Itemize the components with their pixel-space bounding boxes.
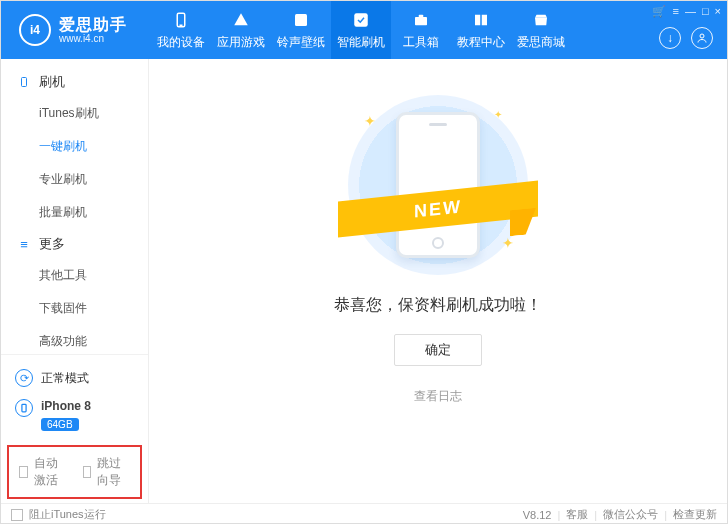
device-icon <box>17 75 31 89</box>
svg-rect-5 <box>419 14 424 17</box>
app-header: i4 爱思助手 www.i4.cn 我的设备 应用游戏 铃声壁纸 智能刷机 工具… <box>1 1 727 59</box>
skip-guide-checkbox[interactable] <box>83 466 92 478</box>
star-icon: ✦ <box>502 235 514 251</box>
mode-label: 正常模式 <box>41 370 89 387</box>
svg-rect-4 <box>415 17 427 25</box>
star-icon: ✦ <box>364 113 376 129</box>
nav-tutorials[interactable]: 教程中心 <box>451 1 511 59</box>
nav-label: 铃声壁纸 <box>277 34 325 51</box>
nav-label: 应用游戏 <box>217 34 265 51</box>
sidebar-item-download-firmware[interactable]: 下载固件 <box>39 292 148 325</box>
app-url: www.i4.cn <box>59 33 127 44</box>
phone-icon <box>171 10 191 30</box>
device-indicator[interactable]: iPhone 8 64GB <box>11 393 138 437</box>
nav-label: 智能刷机 <box>337 34 385 51</box>
skip-guide-label: 跳过向导 <box>97 455 130 489</box>
auto-activate-label: 自动激活 <box>34 455 67 489</box>
header-right: ↓ <box>659 27 713 49</box>
main-nav: 我的设备 应用游戏 铃声壁纸 智能刷机 工具箱 教程中心 爱思商城 <box>151 1 571 59</box>
store-icon <box>531 10 551 30</box>
book-icon <box>471 10 491 30</box>
svg-rect-8 <box>22 404 26 412</box>
mode-indicator[interactable]: ⟳ 正常模式 <box>11 363 138 393</box>
window-controls: 🛒 ≡ — □ × <box>652 1 721 22</box>
nav-ringtones[interactable]: 铃声壁纸 <box>271 1 331 59</box>
check-update-link[interactable]: 检查更新 <box>673 507 717 522</box>
block-itunes-checkbox[interactable] <box>11 509 23 521</box>
sidebar-item-oneclick-flash[interactable]: 一键刷机 <box>39 130 148 163</box>
nav-label: 爱思商城 <box>517 34 565 51</box>
nav-label: 教程中心 <box>457 34 505 51</box>
ok-button[interactable]: 确定 <box>394 334 482 366</box>
flash-icon <box>351 10 371 30</box>
user-button[interactable] <box>691 27 713 49</box>
apps-icon <box>231 10 251 30</box>
more-icon: ≡ <box>17 237 31 252</box>
wechat-link[interactable]: 微信公众号 <box>603 507 658 522</box>
svg-rect-2 <box>295 14 307 26</box>
main-content: ✦ ✦ ✦ NEW 恭喜您，保资料刷机成功啦！ 确定 查看日志 <box>149 59 727 503</box>
support-link[interactable]: 客服 <box>566 507 588 522</box>
star-icon: ✦ <box>494 109 502 120</box>
block-itunes-label: 阻止iTunes运行 <box>29 507 106 522</box>
new-ribbon: NEW <box>338 191 538 227</box>
nav-store[interactable]: 爱思商城 <box>511 1 571 59</box>
result-message: 恭喜您，保资料刷机成功啦！ <box>334 295 542 316</box>
sidebar-section-title: 更多 <box>39 235 65 253</box>
phone-graphic <box>396 112 480 258</box>
storage-badge: 64GB <box>41 418 79 431</box>
toolbox-icon <box>411 10 431 30</box>
sidebar-item-batch-flash[interactable]: 批量刷机 <box>39 196 148 229</box>
nav-label: 工具箱 <box>403 34 439 51</box>
version-label: V8.12 <box>523 509 552 521</box>
sidebar-item-pro-flash[interactable]: 专业刷机 <box>39 163 148 196</box>
sidebar-item-itunes-flash[interactable]: iTunes刷机 <box>39 97 148 130</box>
sidebar: 刷机 iTunes刷机 一键刷机 专业刷机 批量刷机 ≡ 更多 其他工具 下载固… <box>1 59 149 503</box>
nav-flash[interactable]: 智能刷机 <box>331 1 391 59</box>
nav-label: 我的设备 <box>157 34 205 51</box>
nav-apps[interactable]: 应用游戏 <box>211 1 271 59</box>
refresh-icon: ⟳ <box>15 369 33 387</box>
options-row: 自动激活 跳过向导 <box>7 445 142 499</box>
svg-rect-3 <box>354 13 368 27</box>
status-bar: 阻止iTunes运行 V8.12 | 客服 | 微信公众号 | 检查更新 <box>1 503 727 524</box>
logo-icon: i4 <box>19 14 51 46</box>
nav-my-device[interactable]: 我的设备 <box>151 1 211 59</box>
app-title: 爱思助手 <box>59 16 127 34</box>
sidebar-section-flash: 刷机 <box>1 67 148 97</box>
app-logo: i4 爱思助手 www.i4.cn <box>1 14 145 46</box>
success-illustration: ✦ ✦ ✦ NEW <box>348 95 528 275</box>
minimize-button[interactable]: — <box>685 5 696 18</box>
sidebar-section-more: ≡ 更多 <box>1 229 148 259</box>
device-phone-icon <box>15 399 33 417</box>
sidebar-item-advanced[interactable]: 高级功能 <box>39 325 148 354</box>
sidebar-item-other-tools[interactable]: 其他工具 <box>39 259 148 292</box>
svg-rect-7 <box>22 78 27 87</box>
auto-activate-checkbox[interactable] <box>19 466 28 478</box>
menu-icon[interactable]: ≡ <box>672 5 678 18</box>
maximize-button[interactable]: □ <box>702 5 709 18</box>
svg-point-6 <box>700 34 704 38</box>
close-button[interactable]: × <box>715 5 721 18</box>
sidebar-section-title: 刷机 <box>39 73 65 91</box>
download-button[interactable]: ↓ <box>659 27 681 49</box>
nav-toolbox[interactable]: 工具箱 <box>391 1 451 59</box>
device-name: iPhone 8 <box>41 399 91 413</box>
wallpaper-icon <box>291 10 311 30</box>
cart-icon[interactable]: 🛒 <box>652 5 666 18</box>
view-log-link[interactable]: 查看日志 <box>414 388 462 405</box>
